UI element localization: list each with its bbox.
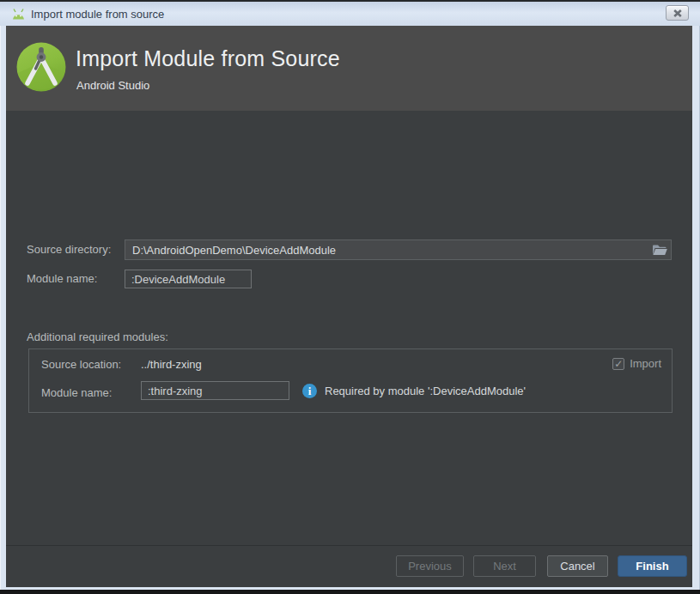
- source-location-value: ../third-zxing: [141, 358, 202, 372]
- module-name-input[interactable]: [125, 270, 252, 288]
- cancel-button[interactable]: Cancel: [547, 555, 608, 577]
- additional-modules-label: Additional required modules:: [27, 330, 168, 343]
- browse-folder-button[interactable]: [648, 241, 671, 258]
- close-button[interactable]: [666, 5, 689, 21]
- info-glyph: i: [308, 385, 312, 398]
- titlebar[interactable]: Import module from source: [0, 2, 700, 26]
- required-by-text: Required by module ':DeviceAddModule': [325, 385, 526, 398]
- button-bar: Previous Next Cancel Finish: [6, 545, 692, 587]
- wizard-header: Import Module from Source Android Studio: [6, 26, 692, 111]
- required-module-name-label: Module name:: [41, 384, 112, 403]
- previous-button[interactable]: Previous: [396, 555, 464, 577]
- required-module-box: Source location: ../third-zxing ✓ Import…: [28, 349, 673, 413]
- import-checkbox[interactable]: ✓: [612, 358, 624, 370]
- dialog-window: Import module from source: [0, 0, 700, 590]
- import-checkbox-group: ✓ Import: [612, 357, 661, 370]
- window-title: Import module from source: [31, 8, 164, 21]
- module-name-label: Module name:: [27, 270, 97, 288]
- import-module-dialog: Import Module from Source Android Studio…: [6, 26, 692, 587]
- source-location-label: Source location:: [41, 358, 121, 372]
- header-subtitle: Android Studio: [76, 79, 149, 92]
- source-directory-input[interactable]: [125, 239, 672, 260]
- checkmark-icon: ✓: [614, 359, 623, 369]
- header-title: Import Module from Source: [76, 46, 340, 71]
- android-app-icon: [11, 8, 26, 21]
- next-button[interactable]: Next: [473, 555, 536, 577]
- source-directory-label: Source directory:: [27, 239, 111, 260]
- info-icon: i: [302, 384, 317, 398]
- android-studio-logo-icon: [15, 40, 68, 94]
- import-checkbox-label: Import: [630, 357, 661, 370]
- close-icon: [673, 9, 682, 17]
- required-module-name-input[interactable]: [141, 381, 289, 400]
- folder-icon: [652, 244, 668, 256]
- desktop-background-strip: [0, 590, 700, 594]
- finish-button[interactable]: Finish: [618, 555, 687, 577]
